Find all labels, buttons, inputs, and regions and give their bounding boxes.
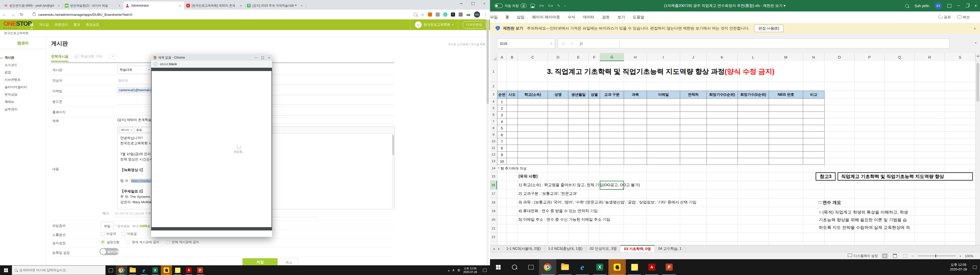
onestop-menu-item[interactable]: 게시글	[39, 22, 49, 27]
page-scrollbar[interactable]	[487, 19, 489, 266]
table-cell[interactable]	[624, 138, 647, 145]
table-header-cell[interactable]: 이메일	[647, 91, 680, 98]
table-cell[interactable]	[738, 105, 769, 112]
taskbar-app-ie[interactable]: e	[574, 259, 591, 275]
table-cell[interactable]	[706, 151, 738, 158]
start-button[interactable]	[490, 259, 506, 275]
ribbon-tab[interactable]: 파일	[490, 15, 498, 20]
table-cell[interactable]	[568, 112, 589, 119]
sheet-tab[interactable]: 04 교수학습, 1	[655, 245, 685, 252]
editor-scrollbar[interactable]	[392, 134, 394, 208]
table-cell[interactable]	[803, 138, 824, 145]
table-cell[interactable]	[589, 118, 600, 125]
table-cell[interactable]: 8	[497, 145, 507, 152]
sidebar-item[interactable]: 팝업	[0, 69, 46, 76]
table-cell[interactable]	[738, 158, 769, 165]
table-header-cell[interactable]: 연락처	[680, 91, 707, 98]
forward-icon[interactable]: →	[9, 12, 18, 17]
table-cell[interactable]	[680, 151, 707, 158]
notification-icon[interactable]	[970, 259, 979, 275]
column-header-M[interactable]: M	[769, 53, 803, 61]
sheet-tab[interactable]: 1-2 NCS(충남대, 1명)	[545, 245, 587, 252]
onestop-logo[interactable]: ONESTOP WEBSITE	[3, 21, 32, 29]
ribbon-tab[interactable]: 수식	[568, 15, 575, 20]
table-cell[interactable]	[548, 151, 568, 158]
sheet-tab[interactable]: 03 기초학력, 0명	[620, 245, 655, 252]
column-header-B[interactable]: B	[507, 53, 518, 61]
table-cell[interactable]	[738, 125, 769, 132]
excel-minimize-icon[interactable]	[957, 6, 960, 6]
table-cell[interactable]	[568, 98, 589, 105]
vertical-scrollbar[interactable]	[975, 53, 980, 245]
table-cell[interactable]	[769, 138, 803, 145]
table-cell[interactable]	[803, 158, 824, 165]
taskbar-app-powerpoint[interactable]: P	[194, 266, 206, 275]
taskbar-app-acrobat[interactable]: A	[183, 266, 194, 275]
table-cell[interactable]	[548, 125, 568, 132]
popup-close-icon[interactable]: ×	[268, 56, 270, 60]
taskbar-app-sticky-notes[interactable]	[172, 266, 183, 275]
undo-icon[interactable]: ↺▾	[539, 3, 544, 8]
table-cell[interactable]	[738, 151, 769, 158]
table-cell[interactable]	[600, 145, 624, 152]
table-cell[interactable]	[600, 138, 624, 145]
table-cell[interactable]	[803, 131, 824, 138]
enable-editing-button[interactable]: 편집 사용(E)	[754, 25, 783, 32]
table-header-cell[interactable]: 시도	[506, 91, 518, 98]
table-cell[interactable]	[769, 145, 803, 152]
sheet-tab[interactable]: 02 인성지도, 3명	[586, 245, 620, 252]
table-cell[interactable]	[568, 158, 589, 165]
tab-all-posts[interactable]: 전체게시글	[51, 54, 68, 62]
table-header-cell[interactable]: 비고	[803, 91, 824, 98]
spreadsheet-grid[interactable]: 123456789101112131415161718192021223. 직업…	[490, 61, 975, 245]
ribbon-display-icon[interactable]	[947, 4, 951, 8]
zoom-level[interactable]: 100%	[965, 254, 974, 258]
table-cell[interactable]	[600, 105, 624, 112]
grammarly-icon[interactable]: G	[443, 13, 447, 17]
table-cell[interactable]	[600, 118, 624, 125]
user-avatar[interactable]: SY	[935, 2, 942, 9]
table-header-cell[interactable]: 희망기수(1순위)	[706, 91, 738, 98]
writer-value[interactable]: 관리자	[118, 78, 128, 83]
user-name[interactable]: Suh yelin	[915, 4, 929, 8]
table-cell[interactable]	[506, 138, 518, 145]
insert-function-icon[interactable]: fx	[580, 41, 583, 46]
column-header-J[interactable]: J	[680, 53, 707, 61]
table-cell[interactable]	[706, 138, 738, 145]
tray-chevron-icon[interactable]: ▴	[448, 269, 449, 272]
table-cell[interactable]	[600, 131, 624, 138]
table-cell[interactable]	[647, 131, 680, 138]
save-icon[interactable]	[531, 4, 535, 8]
table-cell[interactable]	[506, 105, 518, 112]
site-name[interactable]: 한국진로교육학회	[4, 31, 29, 35]
taskbar-app-acrobat[interactable]: A	[643, 259, 660, 275]
row-header-9[interactable]: 9	[490, 131, 497, 138]
sheet-prev-icon[interactable]: ◂	[493, 247, 495, 251]
table-cell[interactable]	[600, 151, 624, 158]
taskbar-app-kakaotalk[interactable]	[608, 259, 626, 275]
refresh-icon[interactable]: ↻	[18, 12, 26, 17]
bookmark-star-icon[interactable]: ☆	[421, 12, 425, 17]
row-header-6[interactable]: 6	[490, 112, 497, 118]
table-cell[interactable]	[600, 158, 624, 165]
taskbar-app-chrome[interactable]	[116, 266, 127, 275]
table-cell[interactable]	[706, 125, 738, 132]
zoom-out-icon[interactable]: −	[912, 254, 914, 258]
table-cell[interactable]	[548, 98, 568, 105]
row-header-12[interactable]: 12	[490, 151, 497, 158]
display-settings[interactable]: 디스플레이 설정	[848, 254, 878, 258]
table-cell[interactable]	[568, 145, 589, 152]
table-cell[interactable]	[706, 145, 738, 152]
redo-icon[interactable]: ↻▾	[548, 3, 553, 8]
column-header-R[interactable]: R	[915, 53, 945, 61]
table-cell[interactable]	[568, 118, 589, 125]
url-text[interactable]: careeredu.net/admin/manage/apps/DUBU_Boa…	[38, 13, 132, 17]
table-cell[interactable]	[600, 125, 624, 132]
row-header-21[interactable]: 21	[490, 224, 497, 233]
maximize-icon[interactable]	[467, 0, 479, 7]
ribbon-tab[interactable]: 도움말	[633, 15, 644, 20]
task-view-button[interactable]	[523, 259, 539, 275]
table-cell[interactable]	[624, 98, 647, 105]
regdate-toggle[interactable]: 설정안함	[100, 248, 119, 255]
table-cell[interactable]	[624, 158, 647, 165]
